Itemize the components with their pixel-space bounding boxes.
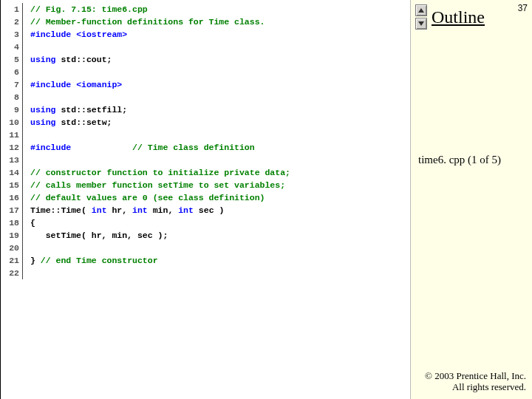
code-line: // default values are 0 (see class defin… bbox=[30, 191, 410, 204]
line-number: 5 bbox=[1, 53, 19, 66]
outline-row: Outline bbox=[415, 4, 485, 30]
code-token bbox=[71, 143, 132, 152]
copyright-line: All rights reserved. bbox=[425, 381, 526, 393]
line-number: 11 bbox=[1, 129, 19, 141]
code-token: // calls member function setTime to set … bbox=[30, 180, 285, 190]
line-number-gutter: 12345678910111213141516171819202122 bbox=[1, 3, 23, 279]
file-caption: time6. cpp (1 of 5) bbox=[418, 154, 528, 166]
code-token: // Time class definition bbox=[132, 143, 255, 152]
scroll-down-button[interactable] bbox=[415, 18, 427, 30]
code-line: using std::setw; bbox=[30, 116, 410, 129]
line-number: 15 bbox=[1, 179, 19, 191]
code-line: using std::cout; bbox=[30, 53, 410, 66]
line-number: 3 bbox=[1, 28, 19, 41]
code-token: { bbox=[30, 218, 41, 228]
code-line bbox=[30, 129, 410, 141]
code-token: int bbox=[178, 205, 194, 215]
code-line: using std::setfill; bbox=[30, 103, 410, 116]
code-line bbox=[30, 242, 410, 254]
code-token: int bbox=[92, 205, 107, 215]
code-token: #include bbox=[30, 143, 71, 152]
code-token: setTime( hr, min, sec ); bbox=[30, 231, 173, 240]
code-line bbox=[30, 267, 410, 279]
code-line: // calls member function setTime to set … bbox=[30, 179, 410, 191]
copyright-line: © 2003 Prentice Hall, Inc. bbox=[425, 370, 526, 382]
line-number: 8 bbox=[1, 91, 19, 103]
line-number: 13 bbox=[1, 154, 19, 166]
code-token: min, bbox=[148, 205, 178, 215]
code-token: // constructor function to initialize pr… bbox=[30, 168, 290, 177]
code-pane: 12345678910111213141516171819202122 // F… bbox=[0, 0, 410, 399]
code-token: using bbox=[30, 117, 61, 127]
code-token: std::cout; bbox=[61, 55, 112, 64]
code-line: // Fig. 7.15: time6.cpp bbox=[30, 3, 410, 16]
code-lines: // Fig. 7.15: time6.cpp// Member-functio… bbox=[23, 3, 410, 279]
code-token: #include bbox=[30, 30, 76, 39]
scroll-control bbox=[415, 4, 427, 30]
line-number: 7 bbox=[1, 78, 19, 91]
code-line: { bbox=[30, 216, 410, 229]
code-area: 12345678910111213141516171819202122 // F… bbox=[1, 0, 410, 279]
line-number: 10 bbox=[1, 116, 19, 129]
code-token: hr, bbox=[107, 205, 133, 215]
slide-page: 12345678910111213141516171819202122 // F… bbox=[0, 0, 532, 399]
code-token: // end Time constructor bbox=[41, 256, 158, 265]
code-token: } bbox=[30, 256, 41, 265]
code-line: #include <iomanip> bbox=[30, 78, 410, 91]
line-number: 20 bbox=[1, 242, 19, 254]
code-line: #include // Time class definition bbox=[30, 141, 410, 154]
code-token: // Fig. 7.15: time6.cpp bbox=[30, 4, 148, 14]
code-token: <iomanip> bbox=[76, 80, 122, 89]
code-line: Time::Time( int hr, int min, int sec ) bbox=[30, 204, 410, 216]
code-token: int bbox=[132, 205, 148, 215]
code-token: // Member-function definitions for Time … bbox=[30, 17, 265, 27]
code-line: // Member-function definitions for Time … bbox=[30, 16, 410, 28]
line-number: 17 bbox=[1, 204, 19, 216]
line-number: 12 bbox=[1, 141, 19, 154]
code-line: // constructor function to initialize pr… bbox=[30, 166, 410, 179]
triangle-up-icon bbox=[418, 8, 424, 13]
line-number: 21 bbox=[1, 254, 19, 267]
line-number: 18 bbox=[1, 216, 19, 229]
code-token: std::setw; bbox=[61, 117, 112, 127]
code-line bbox=[30, 91, 410, 103]
line-number: 1 bbox=[1, 3, 19, 16]
code-line bbox=[30, 66, 410, 78]
scroll-up-button[interactable] bbox=[415, 4, 427, 16]
code-token: std::setfill; bbox=[61, 105, 127, 115]
line-number: 9 bbox=[1, 103, 19, 116]
line-number: 16 bbox=[1, 191, 19, 204]
code-line bbox=[30, 154, 410, 166]
line-number: 2 bbox=[1, 16, 19, 28]
code-token: sec ) bbox=[194, 205, 229, 215]
line-number: 22 bbox=[1, 267, 19, 279]
code-token: #include bbox=[30, 80, 76, 89]
triangle-down-icon bbox=[418, 21, 424, 26]
page-number: 37 bbox=[518, 3, 528, 13]
side-pane: 37 Outline time6. cpp (1 of 5) © 2003 Pr… bbox=[410, 0, 532, 399]
code-line bbox=[30, 41, 410, 53]
line-number: 4 bbox=[1, 41, 19, 53]
code-line: } // end Time constructor bbox=[30, 254, 410, 267]
code-token: <iostream> bbox=[76, 30, 127, 39]
line-number: 19 bbox=[1, 229, 19, 242]
code-token: using bbox=[30, 105, 61, 115]
line-number: 14 bbox=[1, 166, 19, 179]
code-line: #include <iostream> bbox=[30, 28, 410, 41]
copyright-block: © 2003 Prentice Hall, Inc. All rights re… bbox=[425, 370, 526, 393]
code-token: Time::Time( bbox=[30, 205, 92, 215]
line-number: 6 bbox=[1, 66, 19, 78]
code-line: setTime( hr, min, sec ); bbox=[30, 229, 410, 242]
code-token: // default values are 0 (see class defin… bbox=[30, 193, 265, 202]
outline-heading: Outline bbox=[432, 7, 485, 27]
code-token: using bbox=[30, 55, 61, 64]
